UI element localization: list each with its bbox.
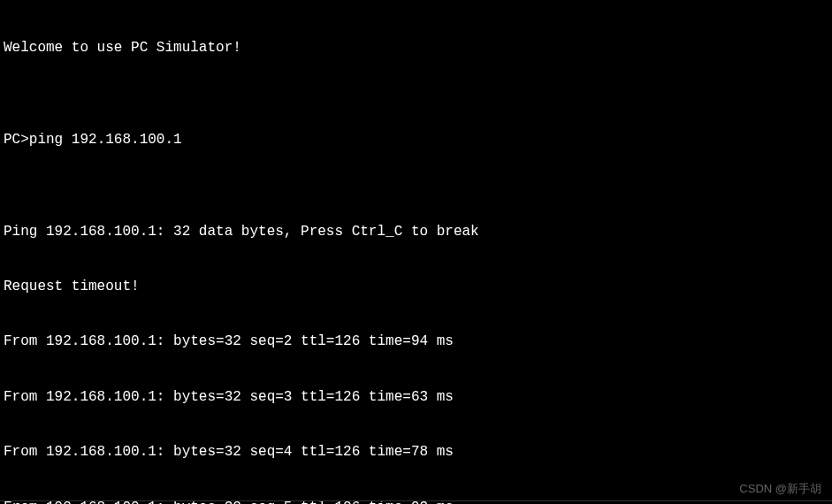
welcome-line: Welcome to use PC Simulator! [4,39,828,57]
timeout-line: Request timeout! [4,278,828,296]
prompt: PC> [4,132,29,148]
ping-header-line: Ping 192.168.100.1: 32 data bytes, Press… [4,223,828,241]
terminal-window[interactable]: Welcome to use PC Simulator! PC>ping 192… [0,0,832,504]
ping-reply-line: From 192.168.100.1: bytes=32 seq=4 ttl=1… [4,443,828,462]
command-text: ping 192.168.100.1 [29,132,182,148]
watermark-text: CSDN @新手胡 [739,482,821,497]
divider-line [0,500,832,501]
command-line: PC>ping 192.168.100.1 [4,131,828,149]
ping-reply-line: From 192.168.100.1: bytes=32 seq=3 ttl=1… [4,388,828,407]
ping-reply-line: From 192.168.100.1: bytes=32 seq=2 ttl=1… [4,332,828,351]
